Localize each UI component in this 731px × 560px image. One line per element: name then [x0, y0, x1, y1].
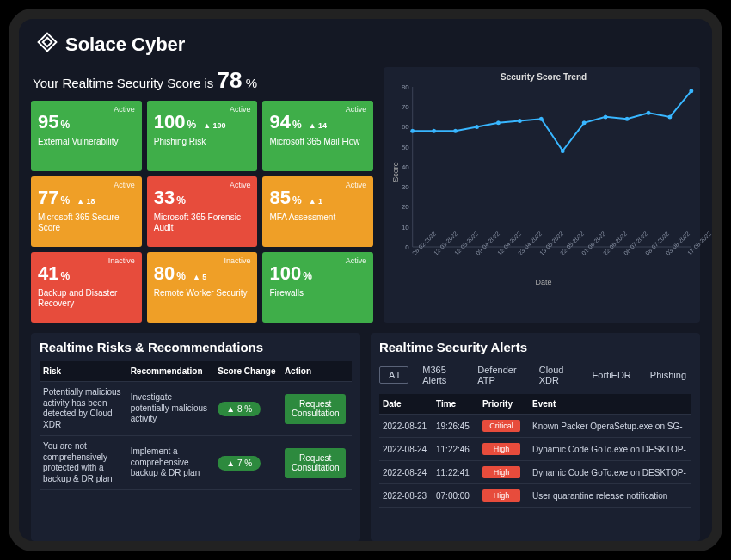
chart-panel: Security Score Trend Score 0102030405060… — [384, 67, 700, 323]
svg-text:70: 70 — [402, 103, 409, 111]
alert-event: Dynamic Code GoTo.exe on DESKTOP- — [529, 438, 691, 461]
table-row: 2022-08-2411:22:41HighDynamic Code GoTo.… — [379, 461, 691, 484]
svg-point-15 — [496, 120, 501, 125]
score-tile[interactable]: Active100%▲ 100Phishing Risk — [147, 101, 258, 171]
chart-y-axis-label: Score — [391, 162, 400, 182]
alert-priority: High — [479, 484, 529, 508]
alert-priority: Critical — [479, 415, 529, 438]
alert-time: 19:26:45 — [433, 415, 479, 438]
tile-status: Active — [346, 105, 367, 114]
alert-date: 2022-08-23 — [379, 484, 433, 508]
tablet-frame: Solace Cyber Your Realtime Security Scor… — [9, 9, 722, 551]
request-consultation-button[interactable]: RequestConsultation — [285, 394, 347, 424]
svg-point-20 — [604, 114, 608, 119]
svg-text:40: 40 — [402, 163, 409, 171]
alerts-table: DateTimePriorityEvent 2022-08-2119:26:45… — [379, 394, 691, 508]
alerts-column-header: Priority — [479, 394, 529, 415]
risks-panel: Realtime Risks & Recommendations RiskRec… — [31, 333, 360, 541]
alerts-column-header: Time — [433, 394, 479, 415]
score-value: 78 — [218, 67, 243, 93]
alerts-title: Realtime Security Alerts — [379, 340, 691, 354]
chart-x-axis-label: Date — [536, 278, 552, 286]
tile-status: Inactive — [224, 256, 250, 265]
brand-header: Solace Cyber — [31, 26, 700, 67]
tile-percent: 95% — [38, 111, 135, 133]
tile-percent: 100% — [269, 262, 366, 285]
alert-time: 11:22:46 — [433, 438, 479, 461]
table-row: 2022-08-2411:22:46HighDynamic Code GoTo.… — [379, 438, 691, 461]
tile-percent: 77%▲ 18 — [38, 187, 135, 209]
svg-point-16 — [518, 119, 522, 123]
tile-delta: ▲ 1 — [309, 197, 322, 206]
score-tiles-grid: Active95%External VulnerabilityActive100… — [31, 101, 373, 323]
score-heading: Your Realtime Security Score is 78 % — [31, 67, 373, 101]
chart-x-ticks: 26-02-202212-03-202212-03-202209-04-2022… — [390, 252, 697, 258]
score-change-pill: ▲ 7 % — [218, 456, 261, 471]
tile-label: Firewalls — [269, 288, 366, 298]
svg-text:60: 60 — [402, 123, 409, 131]
svg-point-12 — [432, 129, 436, 133]
table-row: Potentially malicious activity has been … — [40, 382, 352, 436]
svg-point-14 — [475, 125, 479, 129]
svg-point-22 — [647, 111, 651, 115]
alert-time: 07:00:00 — [433, 484, 479, 508]
alerts-tab[interactable]: Cloud XDR — [534, 361, 579, 389]
score-tile[interactable]: Active94%▲ 14Microsoft 365 Mail Flow — [262, 101, 373, 171]
alerts-tab[interactable]: All — [379, 366, 408, 384]
alert-date: 2022-08-21 — [379, 415, 433, 438]
chart-title: Security Score Trend — [390, 72, 697, 82]
score-tile[interactable]: Active33%Microsoft 365 Forensic Audit — [147, 176, 258, 247]
score-tile[interactable]: Active95%External Vulnerability — [31, 101, 142, 171]
alert-date: 2022-08-24 — [379, 461, 433, 484]
svg-text:0: 0 — [406, 243, 410, 251]
alerts-tab[interactable]: FortiEDR — [587, 366, 636, 384]
brand-name: Solace Cyber — [65, 34, 185, 56]
alerts-tab[interactable]: M365 Alerts — [417, 361, 464, 389]
score-suffix: % — [246, 76, 257, 90]
alerts-tab[interactable]: Defender ATP — [472, 361, 525, 389]
score-tile[interactable]: Inactive80%▲ 5Remote Worker Security — [147, 252, 258, 323]
priority-badge: High — [482, 443, 520, 455]
svg-point-19 — [582, 120, 587, 125]
alerts-tabs: AllM365 AlertsDefender ATPCloud XDRForti… — [379, 361, 691, 389]
score-tile[interactable]: Active100%Firewalls — [262, 252, 373, 323]
score-heading-prefix: Your Realtime Security Score is — [33, 76, 218, 90]
risks-column-header: Score Change — [214, 361, 281, 382]
alert-priority: High — [479, 438, 529, 461]
alerts-tab[interactable]: Phishing — [645, 366, 691, 384]
svg-point-11 — [410, 129, 415, 133]
tile-percent: 41% — [38, 262, 135, 285]
svg-text:20: 20 — [402, 203, 409, 211]
tile-status: Active — [230, 181, 251, 189]
tile-label: Microsoft 365 Secure Score — [38, 212, 135, 233]
table-row: 2022-08-2119:26:45CriticalKnown Packer O… — [379, 415, 691, 438]
action-cell: RequestConsultation — [281, 436, 352, 490]
action-cell: RequestConsultation — [281, 382, 352, 436]
risks-column-header: Action — [281, 361, 352, 382]
score-tile[interactable]: Active77%▲ 18Microsoft 365 Secure Score — [31, 176, 142, 247]
alerts-column-header: Event — [529, 394, 691, 415]
risk-cell: You are not comprehensively protected wi… — [40, 436, 127, 490]
alert-event: Dynamic Code GoTo.exe on DESKTOP- — [529, 461, 691, 484]
tile-label: External Vulnerability — [38, 137, 135, 147]
tile-delta: ▲ 14 — [309, 121, 327, 130]
tile-delta: ▲ 5 — [193, 273, 206, 281]
tile-percent: 80%▲ 5 — [154, 262, 251, 285]
tile-label: Backup and Disaster Recovery — [38, 288, 135, 309]
tile-delta: ▲ 100 — [203, 121, 225, 130]
tile-status: Active — [114, 181, 135, 189]
svg-text:30: 30 — [402, 183, 409, 191]
dashboard-screen: Solace Cyber Your Realtime Security Scor… — [19, 19, 712, 541]
tile-percent: 33% — [154, 187, 251, 209]
request-consultation-button[interactable]: RequestConsultation — [285, 448, 347, 478]
alerts-panel: Realtime Security Alerts AllM365 AlertsD… — [371, 333, 700, 541]
line-chart: 01020304050607080 — [390, 82, 697, 252]
table-row: 2022-08-2307:00:00HighUser quarantine re… — [379, 484, 691, 508]
svg-point-17 — [539, 117, 544, 121]
tile-label: Remote Worker Security — [154, 288, 251, 298]
recommendation-cell: Implement a comprehensive backup & DR pl… — [127, 436, 215, 490]
tile-label: MFA Assessment — [269, 212, 366, 223]
tile-label: Phishing Risk — [154, 137, 251, 147]
score-tile[interactable]: Active85%▲ 1MFA Assessment — [262, 176, 373, 247]
score-tile[interactable]: Inactive41%Backup and Disaster Recovery — [31, 252, 142, 323]
